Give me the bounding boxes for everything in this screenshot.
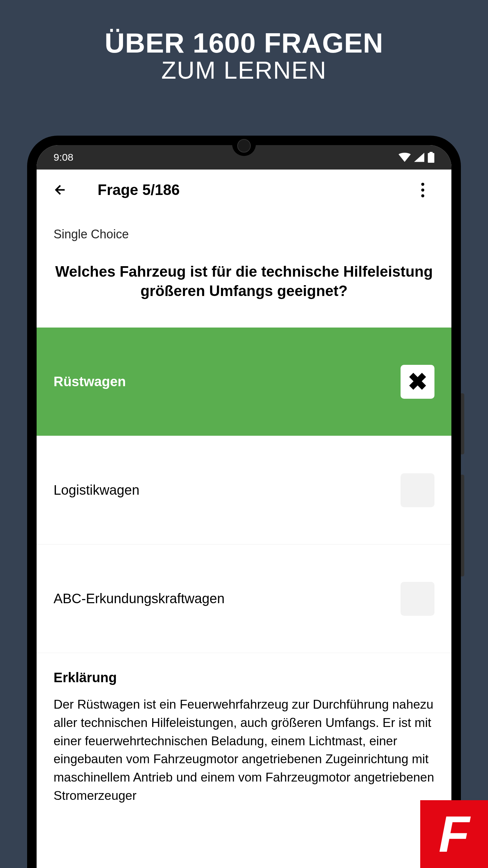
promo-header: ÜBER 1600 FRAGEN ZUM LERNEN <box>0 0 488 84</box>
phone-side-button <box>461 475 464 576</box>
menu-dot-icon <box>421 194 424 197</box>
question-type-label: Single Choice <box>37 210 451 252</box>
svg-rect-0 <box>428 153 434 163</box>
phone-side-button <box>461 393 464 454</box>
arrow-left-icon <box>53 182 68 197</box>
promo-title: ÜBER 1600 FRAGEN <box>0 27 488 59</box>
phone-screen: 9:08 Frage 5/186 Single Choice Welches F… <box>37 145 451 868</box>
explanation-text: Der Rüstwagen ist ein Feuerwehrfahrzeug … <box>54 695 434 805</box>
promo-subtitle: ZUM LERNEN <box>0 56 488 84</box>
answer-label: Logistikwagen <box>54 482 140 498</box>
status-time: 9:08 <box>54 152 73 163</box>
answer-checkbox[interactable] <box>401 582 434 616</box>
status-icons <box>399 152 434 163</box>
answer-option-2[interactable]: ABC-Erkundungskraftwagen <box>37 545 451 653</box>
x-mark-icon: ✖ <box>408 368 428 396</box>
answer-label: Rüstwagen <box>54 374 126 389</box>
wifi-icon <box>399 153 411 162</box>
svg-rect-1 <box>429 152 433 154</box>
menu-dot-icon <box>421 183 424 186</box>
app-header: Frage 5/186 <box>37 170 451 210</box>
explanation-title: Erklärung <box>54 670 434 685</box>
page-title: Frage 5/186 <box>98 181 180 198</box>
camera-dot <box>237 139 251 153</box>
more-menu-button[interactable] <box>414 181 431 198</box>
menu-dot-icon <box>421 189 424 192</box>
answer-option-1[interactable]: Logistikwagen <box>37 436 451 545</box>
question-text: Welches Fahrzeug ist für die technische … <box>37 252 451 328</box>
battery-icon <box>428 152 434 163</box>
cellular-icon <box>414 153 424 162</box>
app-badge-letter: F <box>439 805 470 864</box>
answer-checkbox[interactable] <box>401 473 434 507</box>
answer-option-0[interactable]: Rüstwagen ✖ <box>37 328 451 436</box>
back-button[interactable] <box>50 180 70 200</box>
answer-checkbox[interactable]: ✖ <box>401 365 434 399</box>
app-badge: F <box>420 800 488 868</box>
answer-label: ABC-Erkundungskraftwagen <box>54 591 225 606</box>
content-area: Single Choice Welches Fahrzeug ist für d… <box>37 210 451 805</box>
phone-frame: 9:08 Frage 5/186 Single Choice Welches F… <box>27 136 461 868</box>
explanation-section: Erklärung Der Rüstwagen ist ein Feuerweh… <box>37 653 451 805</box>
